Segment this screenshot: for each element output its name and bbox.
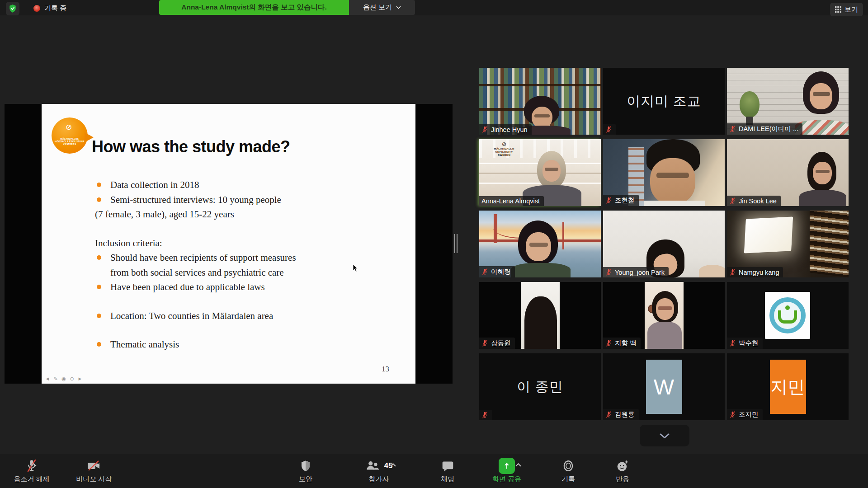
share-label: 화면 공유	[492, 475, 521, 483]
participant-tile[interactable]: 지민 조지민	[727, 353, 849, 420]
slide-bullet-line: (7 female, 3 male), aged 15-22 years	[95, 207, 316, 222]
muted-mic-icon	[729, 268, 736, 276]
mute-button[interactable]: 음소거 해제	[2, 458, 61, 483]
participant-namebar: Namgyu kang	[727, 267, 783, 277]
participant-tile[interactable]: DAMI LEE(이다미 ...	[727, 68, 849, 135]
participant-name: Namgyu kang	[739, 269, 779, 276]
record-button[interactable]: 기록	[539, 458, 598, 483]
security-label: 보안	[299, 475, 312, 483]
participant-tile[interactable]: Jin Sook Lee	[727, 139, 849, 206]
participant-namebar: 박수현	[727, 338, 763, 349]
share-options-chevron[interactable]	[515, 463, 521, 467]
slide-bullet-line: Inclusion criteria:	[95, 236, 316, 251]
record-icon	[562, 460, 574, 472]
next-arrow-icon[interactable]: ►	[77, 376, 83, 382]
view-options-label: 옵션 보기	[363, 3, 392, 12]
participant-tile[interactable]: ⊘ MÄLARDALEN UNIVERSITY SWEDEN Anna-Lena…	[479, 139, 601, 206]
participant-tile[interactable]: 조현철	[603, 139, 725, 206]
overview-icon[interactable]: ⊙	[69, 376, 75, 382]
participant-tile[interactable]: 박수현	[727, 282, 849, 349]
security-button[interactable]: 보안	[276, 458, 335, 483]
participant-namebar: Young_joon Park	[603, 267, 669, 277]
participant-name: 김원룡	[615, 410, 635, 419]
avatar-card: W	[646, 360, 682, 414]
participant-tile[interactable]: 이혜령	[479, 211, 601, 277]
logo-text: MÄLARDALENS HÖGSKOLA ESKILSTUNA VÄSTERÅS	[55, 137, 85, 145]
participant-name: 박수현	[739, 339, 759, 347]
screen-share-banner: Anna-Lena Almqvist의 화면을 보고 있습니다.	[159, 0, 349, 15]
encryption-shield-button[interactable]	[6, 2, 19, 15]
participant-namebar	[603, 124, 616, 135]
chat-button[interactable]: 채팅	[418, 458, 477, 483]
muted-mic-icon	[605, 197, 612, 204]
bullet-icon	[97, 183, 101, 187]
pen-icon[interactable]: ✎	[52, 376, 59, 382]
slide-page-number: 13	[382, 365, 389, 374]
participant-center-name: 이 종민	[479, 353, 601, 420]
panel-resize-handle[interactable]	[454, 234, 458, 253]
reactions-label: 반응	[616, 475, 629, 483]
participant-namebar: 조현철	[603, 195, 639, 206]
muted-mic-icon	[481, 411, 488, 419]
shield-icon	[300, 460, 311, 472]
participant-tile[interactable]: Jinhee Hyun	[479, 68, 601, 135]
participant-namebar: Jin Sook Lee	[727, 196, 781, 206]
muted-mic-icon	[481, 268, 488, 276]
prev-arrow-icon[interactable]: ◄	[44, 376, 51, 382]
participant-namebar: 조지민	[727, 409, 763, 420]
logo-mark-icon: ⊘	[486, 141, 523, 147]
mute-label: 음소거 해제	[14, 475, 49, 483]
presentation-slide: ⊘ MÄLARDALENS HÖGSKOLA ESKILSTUNA VÄSTER…	[42, 104, 415, 384]
start-video-button[interactable]: 비디오 시작	[65, 458, 123, 483]
participant-name: DAMI LEE(이다미 ...	[739, 125, 798, 133]
slide-nav-icons[interactable]: ◄ ✎ ◉ ⊙ ►	[44, 376, 83, 382]
slideshow-icon[interactable]: ◉	[61, 376, 67, 382]
participant-name: 장동원	[491, 339, 511, 347]
chevron-down-icon	[396, 6, 401, 9]
recording-status: 기록 중	[44, 4, 66, 13]
slide-bullet-line: Location: Two counties in Mälardalen are…	[95, 309, 316, 324]
participant-name: Anna-Lena Almqvist	[481, 197, 540, 205]
gallery-collapse-button[interactable]	[640, 425, 689, 446]
participant-tile[interactable]: 이지미 조교	[603, 68, 725, 135]
participant-tile[interactable]: 이 종민	[479, 353, 601, 420]
participant-name: 조지민	[739, 410, 759, 419]
record-label: 기록	[561, 475, 575, 483]
participant-name: Jin Sook Lee	[739, 197, 777, 205]
participants-icon	[365, 460, 380, 472]
gallery-view-button[interactable]: 보기	[830, 3, 863, 16]
participant-tile[interactable]: 지향 백	[603, 282, 725, 349]
reactions-button[interactable]: 반응	[593, 458, 652, 483]
mute-options-chevron[interactable]	[31, 463, 37, 467]
participant-tile[interactable]: W 김원룡	[603, 353, 725, 420]
participant-namebar: DAMI LEE(이다미 ...	[727, 123, 802, 135]
view-button-label: 보기	[844, 5, 858, 14]
participants-chevron[interactable]	[390, 463, 396, 467]
slide-bullet-line: Have been placed due to applicable laws	[95, 280, 316, 295]
share-screen-button[interactable]: 화면 공유	[477, 458, 536, 483]
logo-mark-icon: ⊘	[66, 123, 72, 131]
participants-button[interactable]: 45 참가자	[349, 458, 408, 483]
bullet-icon	[97, 342, 101, 347]
bullet-icon	[97, 285, 101, 289]
participant-video: 이지미 조교	[603, 68, 725, 135]
muted-mic-icon	[729, 411, 736, 418]
slide-bullet-line: Thematic analysis	[95, 337, 316, 352]
slide-bullet-line: Data collection in 2018	[95, 178, 316, 192]
bullet-icon	[97, 314, 101, 318]
chat-label: 채팅	[441, 475, 454, 483]
participant-center-name: 이지미 조교	[603, 68, 725, 135]
participant-tile[interactable]: Namgyu kang	[727, 211, 849, 277]
slide-bullet-line: Should have been recipients of support m…	[95, 250, 316, 280]
participant-tile[interactable]: Young_joon Park	[603, 211, 725, 277]
video-options-chevron[interactable]	[94, 463, 100, 467]
shield-check-icon	[9, 4, 17, 13]
participant-video: 이 종민	[479, 353, 601, 420]
participant-tile[interactable]: 장동원	[479, 282, 601, 349]
participant-name: 지향 백	[615, 339, 637, 347]
top-bar: 기록 중 Anna-Lena Almqvist의 화면을 보고 있습니다. 옵션…	[0, 0, 868, 15]
participant-namebar: 지향 백	[603, 338, 641, 349]
muted-mic-icon	[729, 197, 736, 205]
grid-view-icon	[835, 6, 841, 13]
view-options-button[interactable]: 옵션 보기	[349, 0, 415, 15]
